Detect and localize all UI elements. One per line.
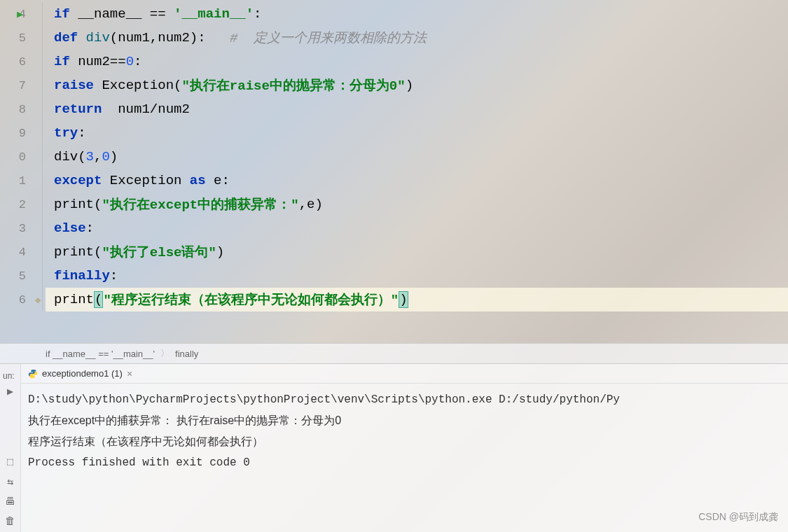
code-editor[interactable]: 4▶567890123456◆ if __name__ == '__main__… [0, 0, 788, 343]
gutter-line[interactable]: 6◆ [0, 288, 46, 312]
run-tab-bar: exceptiondemo1 (1) × [21, 364, 788, 384]
run-gutter-icon[interactable]: ▶ [17, 8, 23, 21]
gutter-line[interactable]: 5 [0, 264, 46, 288]
console-line: 执行在except中的捕获异常： 执行在raise中的抛异常：分母为0 [28, 410, 781, 431]
breadcrumb-item[interactable]: if __name__ == '__main__' [46, 349, 155, 359]
gutter-line[interactable]: 9 [0, 121, 46, 145]
console-line: D:\study\python\PycharmProjects\pythonPr… [28, 389, 781, 410]
code-lines[interactable]: if __name__ == '__main__': def div(num1,… [46, 0, 788, 343]
rerun-icon[interactable]: ▶ [7, 385, 13, 398]
code-line[interactable]: return num1/num2 [46, 97, 788, 121]
bookmark-icon[interactable]: ◆ [35, 294, 41, 306]
code-line[interactable]: div(3,0) [46, 145, 788, 169]
trash-icon[interactable]: 🗑 [5, 515, 15, 528]
code-line[interactable]: finally: [46, 264, 788, 288]
console-output[interactable]: D:\study\python\PycharmProjects\pythonPr… [21, 384, 788, 479]
code-line[interactable]: print("程序运行结束（在该程序中无论如何都会执行）") [46, 288, 788, 312]
gutter: 4▶567890123456◆ [0, 0, 46, 343]
gutter-line[interactable]: 1 [0, 169, 46, 192]
run-tool-window: un: ▶ ⬚ ⇆ 🖶 🗑 exceptiondemo1 (1) × D:\st… [0, 364, 788, 532]
soft-wrap-icon[interactable]: ⇆ [7, 475, 13, 489]
console-line: 程序运行结束（在该程序中无论如何都会执行） [28, 431, 781, 452]
watermark: CSDN @码到成龚 [698, 511, 778, 524]
code-line[interactable]: except Exception as e: [46, 169, 788, 192]
gutter-line[interactable]: 6 [0, 50, 46, 74]
code-line[interactable]: if num2==0: [46, 50, 788, 74]
console-line: Process finished with exit code 0 [28, 452, 781, 473]
gutter-line[interactable]: 3 [0, 216, 46, 240]
code-line[interactable]: print("执行在except中的捕获异常：",e) [46, 192, 788, 216]
breadcrumb-separator: 〉 [160, 347, 170, 360]
code-line[interactable]: try: [46, 121, 788, 145]
run-tab[interactable]: exceptiondemo1 (1) × [28, 368, 132, 379]
breadcrumb[interactable]: if __name__ == '__main__' 〉 finally [0, 343, 788, 364]
gutter-line[interactable]: 8 [0, 97, 46, 121]
close-icon[interactable]: × [127, 368, 132, 379]
gutter-line[interactable]: 4 [0, 240, 46, 264]
run-toolbar: un: ▶ ⬚ ⇆ 🖶 🗑 [0, 364, 21, 532]
code-line[interactable]: else: [46, 216, 788, 240]
gutter-line[interactable]: 4▶ [0, 2, 46, 26]
code-line[interactable]: if __name__ == '__main__': [46, 2, 788, 26]
gutter-line[interactable]: 7 [0, 74, 46, 97]
code-line[interactable]: raise Exception("执行在raise中的抛异常：分母为0") [46, 74, 788, 97]
code-line[interactable]: def div(num1,num2): # 定义一个用来两数相除的方法 [46, 26, 788, 50]
gutter-line[interactable]: 5 [0, 26, 46, 50]
breadcrumb-item[interactable]: finally [175, 349, 198, 359]
stop-icon[interactable]: ⬚ [7, 455, 13, 468]
gutter-line[interactable]: 2 [0, 192, 46, 216]
run-tab-label: exceptiondemo1 (1) [42, 368, 123, 379]
run-label: un: [1, 368, 22, 384]
gutter-line[interactable]: 0 [0, 145, 46, 169]
python-icon [28, 369, 38, 379]
print-icon[interactable]: 🖶 [5, 496, 15, 508]
code-line[interactable]: print("执行了else语句") [46, 240, 788, 264]
